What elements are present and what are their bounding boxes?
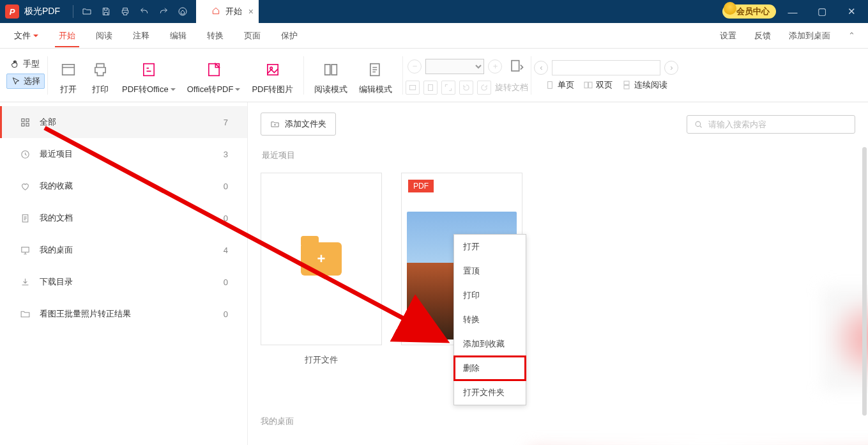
svg-rect-12 bbox=[589, 82, 592, 88]
redo-icon[interactable] bbox=[154, 2, 173, 21]
svg-rect-9 bbox=[429, 84, 433, 90]
ctx-open[interactable]: 打开 bbox=[454, 235, 526, 259]
zoom-group: − + 旋转文档 bbox=[406, 56, 528, 95]
svg-rect-16 bbox=[26, 118, 28, 121]
ribbon: 手型 选择 打开 打印 PDF转Office Office转PDF PDF转图片… bbox=[0, 49, 868, 102]
actual-size-icon[interactable] bbox=[441, 81, 455, 95]
sidebar-item-desktop[interactable]: 我的桌面4 bbox=[0, 234, 247, 266]
svg-rect-8 bbox=[410, 85, 416, 90]
zoom-out-button[interactable]: − bbox=[407, 59, 422, 74]
document-icon bbox=[19, 212, 31, 224]
ctx-print[interactable]: 打印 bbox=[454, 283, 526, 308]
rotate-label: 旋转文档 bbox=[495, 82, 528, 93]
tab-label: 开始 bbox=[225, 6, 242, 17]
sidebar-count: 7 bbox=[224, 118, 228, 127]
vip-badge[interactable]: 会员中心 bbox=[722, 4, 776, 19]
zoom-select[interactable] bbox=[425, 59, 484, 74]
tab-start[interactable]: 开始 × bbox=[196, 0, 259, 23]
rotate-right-icon[interactable] bbox=[477, 81, 491, 95]
home-icon[interactable] bbox=[173, 2, 192, 21]
recent-section-title: 最近项目 bbox=[262, 150, 855, 161]
rotate-icon[interactable] bbox=[506, 56, 526, 77]
fit-width-icon[interactable] bbox=[406, 81, 420, 95]
ctx-favorite[interactable]: 添加到收藏 bbox=[454, 332, 526, 356]
svg-rect-10 bbox=[548, 81, 552, 88]
menu-read[interactable]: 阅读 bbox=[86, 25, 123, 47]
tab-close-icon[interactable]: × bbox=[248, 6, 254, 17]
folder-icon bbox=[19, 308, 31, 320]
folder-open-icon[interactable] bbox=[77, 2, 96, 21]
double-page-button[interactable]: 双页 bbox=[583, 79, 613, 91]
context-menu: 打开 置顶 打印 转换 添加到收藏 删除 打开文件夹 bbox=[453, 234, 526, 405]
svg-rect-4 bbox=[268, 65, 278, 75]
edit-mode-button[interactable]: 编辑模式 bbox=[359, 59, 392, 102]
next-page-button[interactable]: › bbox=[664, 61, 678, 75]
search-icon bbox=[694, 120, 703, 129]
open-file-card[interactable]: 打开文件 bbox=[261, 173, 382, 366]
single-page-button[interactable]: 单页 bbox=[545, 79, 574, 91]
menu-convert[interactable]: 转换 bbox=[197, 25, 234, 47]
open-button[interactable]: 打开 bbox=[58, 59, 79, 102]
svg-rect-14 bbox=[624, 85, 629, 88]
sidebar-item-all[interactable]: 全部 7 bbox=[0, 106, 247, 138]
svg-rect-7 bbox=[512, 60, 519, 70]
pdf-to-office-button[interactable]: PDF转Office bbox=[122, 59, 176, 102]
menu-settings[interactable]: 设置 bbox=[711, 25, 745, 47]
undo-icon[interactable] bbox=[135, 2, 154, 21]
menu-feedback[interactable]: 反馈 bbox=[745, 25, 780, 47]
menu-add-desktop[interactable]: 添加到桌面 bbox=[780, 25, 839, 47]
page-input[interactable] bbox=[552, 60, 660, 75]
svg-rect-17 bbox=[21, 123, 24, 125]
menu-file[interactable]: 文件 bbox=[4, 25, 49, 47]
print-icon[interactable] bbox=[116, 2, 135, 21]
sidebar-item-documents[interactable]: 我的文档0 bbox=[0, 202, 247, 234]
desktop-icon bbox=[19, 244, 31, 256]
prev-page-button[interactable]: ‹ bbox=[534, 61, 548, 75]
sidebar-item-downloads[interactable]: 下载目录0 bbox=[0, 266, 247, 298]
hand-tool[interactable]: 手型 bbox=[6, 57, 45, 71]
ctx-convert[interactable]: 转换 bbox=[454, 308, 526, 332]
svg-rect-15 bbox=[21, 118, 24, 121]
heart-icon bbox=[19, 180, 31, 192]
print-button[interactable]: 打印 bbox=[90, 59, 110, 102]
sidebar-label: 全部 bbox=[40, 116, 56, 128]
close-button[interactable]: ✕ bbox=[839, 0, 864, 23]
minimize-button[interactable]: — bbox=[780, 0, 805, 23]
pdf-to-image-button[interactable]: PDF转图片 bbox=[252, 59, 293, 102]
rotate-left-icon[interactable] bbox=[459, 81, 473, 95]
zoom-in-button[interactable]: + bbox=[488, 59, 502, 74]
menu-annotate[interactable]: 注释 bbox=[123, 25, 160, 47]
svg-rect-18 bbox=[26, 123, 28, 125]
vertical-scrollbar[interactable] bbox=[862, 147, 867, 416]
menu-edit[interactable]: 编辑 bbox=[160, 25, 197, 47]
sidebar: 全部 7 最近项目3 我的收藏0 我的文档0 我的桌面4 下载目录0 看图王批量… bbox=[0, 102, 248, 445]
ctx-pin[interactable]: 置顶 bbox=[454, 259, 526, 283]
svg-rect-2 bbox=[144, 64, 154, 76]
continuous-button[interactable]: 连续阅读 bbox=[621, 79, 667, 91]
page-nav-group: ‹ › 单页 双页 连续阅读 bbox=[534, 60, 678, 91]
tab-home-icon bbox=[211, 6, 220, 17]
sidebar-item-recent[interactable]: 最近项目3 bbox=[0, 138, 247, 170]
sidebar-item-custom[interactable]: 看图王批量照片转正结果0 bbox=[0, 298, 247, 330]
menu-start[interactable]: 开始 bbox=[49, 25, 86, 47]
read-mode-button[interactable]: 阅读模式 bbox=[314, 59, 347, 102]
desktop-section-title: 我的桌面 bbox=[261, 416, 294, 427]
fit-page-icon[interactable] bbox=[423, 81, 438, 95]
search-box[interactable] bbox=[687, 115, 855, 134]
sidebar-item-favorites[interactable]: 我的收藏0 bbox=[0, 170, 247, 202]
svg-point-22 bbox=[696, 121, 701, 127]
menu-chevron-icon[interactable]: ⌃ bbox=[839, 26, 864, 45]
select-tool[interactable]: 选择 bbox=[6, 74, 45, 89]
save-icon[interactable] bbox=[96, 2, 116, 21]
search-input[interactable] bbox=[708, 120, 848, 129]
add-folder-button[interactable]: 添加文件夹 bbox=[261, 113, 336, 136]
menu-protect[interactable]: 保护 bbox=[271, 25, 308, 47]
menu-page[interactable]: 页面 bbox=[234, 25, 271, 47]
svg-rect-13 bbox=[624, 81, 629, 84]
svg-rect-1 bbox=[63, 65, 75, 75]
maximize-button[interactable]: ▢ bbox=[809, 0, 835, 23]
ctx-delete[interactable]: 删除 bbox=[454, 356, 526, 380]
ctx-open-folder[interactable]: 打开文件夹 bbox=[454, 380, 526, 405]
clock-icon bbox=[19, 148, 31, 160]
office-to-pdf-button[interactable]: Office转PDF bbox=[187, 59, 241, 102]
